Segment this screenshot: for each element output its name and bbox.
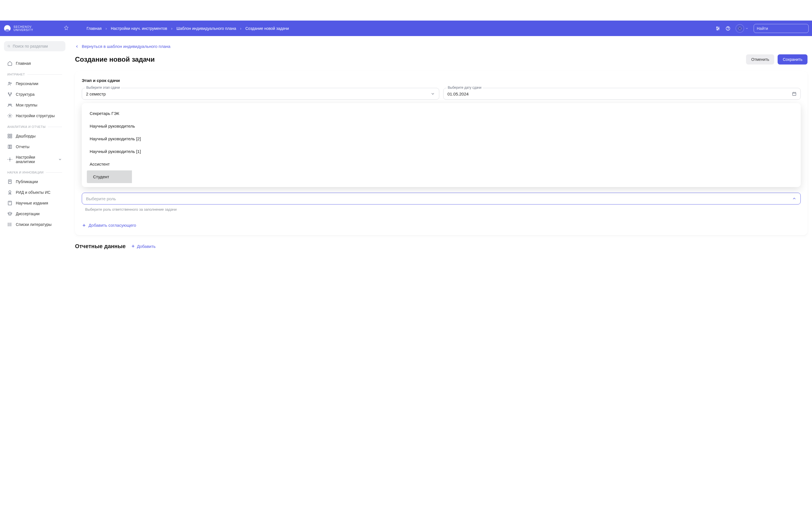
chevron-left-icon [75, 45, 79, 48]
svg-point-4 [717, 27, 718, 27]
role-option-2[interactable]: Научный руководитель [2] [84, 132, 799, 145]
chevron-up-icon [792, 196, 797, 201]
nav-publications[interactable]: Публикации [4, 176, 65, 187]
nav-ip[interactable]: РИД и объекты ИС [4, 187, 65, 198]
nav-label: РИД и объекты ИС [16, 190, 50, 194]
save-button[interactable]: Сохранить [777, 54, 808, 64]
chevron-right-icon: › [105, 26, 107, 31]
breadcrumb: Главная › Настройки науч. инструментов ›… [87, 26, 289, 31]
nav-label: Настройки аналитики [16, 155, 55, 164]
global-search[interactable] [754, 24, 809, 33]
svg-point-21 [10, 104, 11, 105]
svg-rect-23 [8, 134, 9, 135]
nav-label: Настройки структуры [16, 114, 55, 118]
settings-sliders-icon[interactable] [715, 26, 720, 31]
breadcrumb-item-0[interactable]: Главная [87, 26, 101, 31]
document-icon [7, 179, 12, 184]
svg-rect-32 [8, 201, 11, 205]
nav-personalities[interactable]: Персоналии [4, 78, 65, 89]
nav-home[interactable]: Главная [4, 58, 65, 69]
breadcrumb-item-1[interactable]: Настройки науч. инструментов [111, 26, 167, 31]
user-menu[interactable] [735, 24, 749, 33]
nav-label: Главная [16, 61, 31, 66]
svg-point-15 [9, 82, 10, 83]
nav-structure-settings[interactable]: Настройки структуры [4, 110, 65, 121]
main-content: Вернуться в шаблон индивидуального плана… [69, 36, 812, 261]
svg-point-37 [8, 223, 8, 224]
role-option-3[interactable]: Научный руководитель [1] [84, 145, 799, 158]
nav-label: Мои группы [16, 103, 37, 107]
report-section-title: Отчетные данные [75, 243, 126, 249]
svg-point-31 [9, 191, 11, 193]
svg-line-14 [9, 47, 10, 47]
nav-section-intranet: ИНТРАНЕТ [4, 69, 65, 78]
nav-label: Структура [16, 92, 35, 97]
plus-icon [131, 244, 135, 248]
breadcrumb-item-2[interactable]: Шаблон индивидуального плана [176, 26, 236, 31]
nav-section-analytics: АНАЛИТИКА И ОТЧЕТЫ [4, 121, 65, 131]
back-link[interactable]: Вернуться в шаблон индивидуального плана [75, 44, 170, 49]
award-icon [7, 190, 12, 195]
pin-icon[interactable] [64, 25, 69, 31]
gear-icon [7, 157, 12, 162]
home-icon [7, 61, 12, 66]
list-icon [7, 222, 12, 227]
role-option-1[interactable]: Научный руководитель [84, 120, 799, 132]
chevron-down-icon [58, 158, 62, 161]
nav-bibliography[interactable]: Списки литературы [4, 219, 65, 230]
date-input[interactable]: 01.05.2024 [443, 88, 801, 100]
nav-analytics-settings[interactable]: Настройки аналитики [4, 152, 65, 167]
role-option-5[interactable]: Студент [87, 170, 177, 183]
nav-section-science: НАУКА И ИННОВАЦИИ [4, 167, 65, 176]
add-report-label: Добавить [137, 244, 156, 249]
sidebar: Главная ИНТРАНЕТ Персоналии Структура Мо… [0, 36, 69, 261]
card-title: Этап и срок сдачи [82, 78, 801, 83]
svg-point-38 [8, 224, 8, 225]
svg-rect-24 [10, 134, 12, 135]
nav-groups[interactable]: Мои группы [4, 100, 65, 110]
book-icon [7, 144, 12, 149]
date-label: Выберите дату сдачи [447, 86, 483, 90]
stage-label: Выберите этап сдачи [85, 86, 121, 90]
logo[interactable]: SECHENOV UNIVERSITY [3, 24, 33, 33]
add-approver-link[interactable]: Добавить согласующего [82, 223, 136, 228]
nav-structure[interactable]: Структура [4, 89, 65, 100]
nav-label: Научные издания [16, 201, 48, 205]
avatar [735, 24, 744, 33]
svg-point-39 [8, 226, 8, 226]
svg-point-6 [717, 29, 718, 30]
add-report-button[interactable]: Добавить [131, 244, 156, 249]
nav-dissertations[interactable]: Диссертации [4, 209, 65, 219]
svg-rect-40 [793, 93, 796, 96]
search-input[interactable] [757, 26, 806, 31]
page-title: Создание новой задачи [75, 55, 155, 63]
dashboard-icon [7, 133, 12, 138]
role-helper: Выберите роль ответственного за заполнен… [82, 207, 801, 212]
svg-rect-25 [8, 136, 9, 138]
date-value: 01.05.2024 [448, 92, 469, 96]
svg-point-5 [718, 28, 719, 29]
role-dropdown: Секретарь ГЭК Научный руководитель Научн… [82, 103, 801, 187]
calendar-icon [792, 92, 797, 96]
breadcrumb-item-3[interactable]: Создание новой задачи [245, 26, 289, 31]
chevron-right-icon: › [240, 26, 242, 31]
sidebar-search-input[interactable] [13, 44, 62, 48]
nav-label: Дашборды [16, 134, 36, 138]
journal-icon [7, 201, 12, 206]
nav-reports[interactable]: Отчеты [4, 142, 65, 152]
svg-point-16 [10, 83, 11, 83]
nav-journals[interactable]: Научные издания [4, 198, 65, 209]
logo-icon [3, 24, 11, 33]
svg-point-20 [8, 104, 10, 105]
stage-select[interactable]: 2 семестр [82, 88, 439, 100]
svg-point-10 [739, 27, 741, 30]
role-option-4[interactable]: Ассистент [84, 158, 799, 170]
role-select[interactable]: Выберите роль [82, 193, 801, 205]
role-option-0[interactable]: Секретарь ГЭК [84, 107, 799, 120]
help-icon[interactable] [725, 26, 730, 31]
sidebar-search[interactable] [4, 41, 65, 51]
nav-dashboards[interactable]: Дашборды [4, 131, 65, 142]
svg-point-22 [9, 115, 11, 117]
structure-icon [7, 92, 12, 97]
cancel-button[interactable]: Отменить [746, 54, 774, 64]
